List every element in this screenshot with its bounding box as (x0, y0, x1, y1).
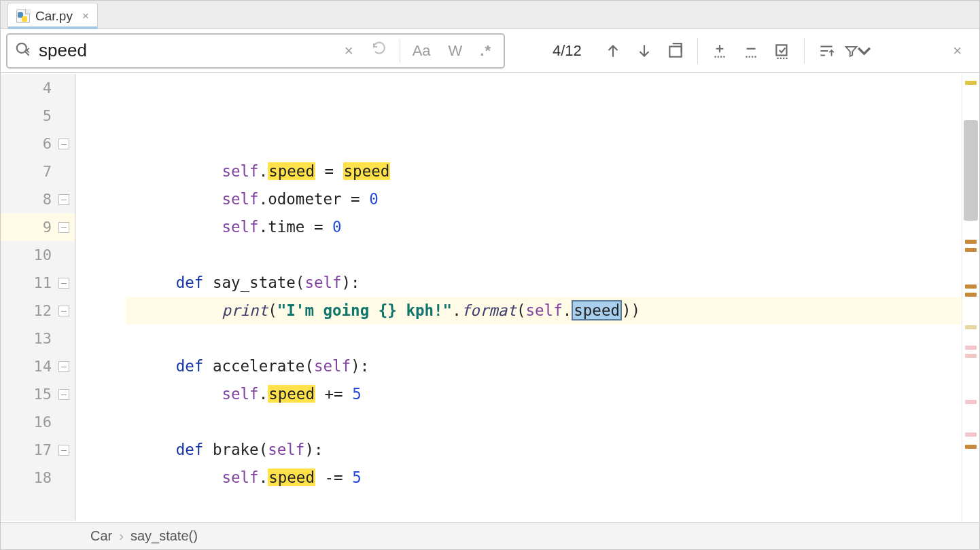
stripe-marker[interactable] (965, 285, 977, 289)
clear-search-icon[interactable]: × (339, 39, 359, 62)
fold-icon[interactable] (58, 306, 69, 316)
crumb-method[interactable]: say_state() (130, 528, 198, 544)
next-match-button[interactable] (631, 37, 658, 65)
stripe-marker[interactable] (965, 81, 977, 85)
gutter: 456789101112131415161718 (1, 74, 75, 521)
code-line[interactable]: self.odometer = 0 (126, 185, 962, 213)
stripe-marker[interactable] (965, 400, 977, 404)
prev-match-button[interactable] (599, 37, 627, 65)
find-actions (599, 37, 879, 65)
code-line[interactable]: def step(self): (126, 519, 962, 521)
stripe-marker[interactable] (965, 445, 977, 449)
fold-icon[interactable] (58, 389, 69, 400)
stripe-marker[interactable] (965, 346, 977, 350)
code-line[interactable] (126, 492, 962, 519)
tab-close-icon[interactable]: × (82, 10, 89, 23)
regex-toggle[interactable]: .* (474, 41, 497, 61)
code-line[interactable] (126, 325, 962, 352)
fold-icon[interactable] (58, 445, 69, 456)
line-number[interactable]: 18 (1, 464, 75, 492)
code-line[interactable]: self.speed = speed (126, 158, 962, 185)
tab-bar: Car.py × (1, 1, 979, 29)
editor: 456789101112131415161718 self.speed = sp… (1, 74, 979, 521)
code-line[interactable]: self.speed += 5 (126, 380, 962, 408)
line-number[interactable]: 14 (1, 352, 75, 380)
stripe-marker[interactable] (965, 240, 977, 244)
code-line[interactable]: print("I'm going {} kph!".format(self.sp… (126, 297, 962, 325)
fold-icon[interactable] (58, 222, 69, 233)
match-case-toggle[interactable]: Aa (407, 41, 436, 61)
line-number[interactable]: 4 (1, 74, 75, 102)
close-find-button[interactable]: × (946, 38, 968, 64)
stripe-marker[interactable] (965, 354, 977, 358)
svg-point-0 (17, 43, 27, 52)
add-selection-button[interactable] (706, 37, 733, 65)
svg-rect-1 (669, 46, 681, 56)
line-number[interactable]: 10 (1, 241, 75, 269)
svg-rect-2 (776, 45, 786, 55)
line-number[interactable]: 16 (1, 408, 75, 436)
fold-icon[interactable] (58, 278, 69, 289)
line-number[interactable]: 5 (1, 102, 75, 130)
filter-button[interactable] (844, 37, 871, 65)
find-input[interactable] (39, 40, 332, 61)
code-line[interactable]: self.time = 0 (126, 213, 962, 241)
line-number[interactable]: 12 (1, 297, 75, 325)
code-line[interactable] (126, 408, 962, 436)
line-number[interactable]: 11 (1, 269, 75, 297)
select-all-button[interactable] (662, 37, 689, 65)
stripe-marker[interactable] (965, 433, 977, 437)
line-number[interactable]: 8 (1, 185, 75, 213)
search-history-icon[interactable] (366, 38, 393, 64)
code-line[interactable]: self.speed -= 5 (126, 464, 962, 492)
python-file-icon (16, 10, 30, 23)
stripe-marker[interactable] (965, 325, 977, 329)
stripe-marker[interactable] (965, 248, 977, 252)
fold-icon[interactable] (58, 361, 69, 372)
code-line[interactable]: def accelerate(self): (126, 352, 962, 380)
line-number[interactable]: 9 (1, 213, 75, 241)
stripe-marker[interactable] (965, 293, 977, 297)
search-icon[interactable] (14, 41, 32, 61)
line-number[interactable]: 13 (1, 325, 75, 352)
line-number[interactable]: 17 (1, 436, 75, 464)
line-number[interactable]: 6 (1, 130, 75, 158)
fold-icon[interactable] (58, 139, 69, 149)
chevron-right-icon: › (119, 528, 124, 544)
tab-filename: Car.py (35, 9, 73, 24)
code-line[interactable]: def say_state(self): (126, 269, 962, 297)
toggle-filter-button[interactable] (813, 37, 840, 65)
crumb-class[interactable]: Car (90, 528, 112, 544)
line-number[interactable]: 7 (1, 158, 75, 185)
marker-stripe[interactable] (962, 74, 979, 521)
file-tab[interactable]: Car.py × (7, 3, 98, 29)
breadcrumb: Car › say_state() (1, 522, 979, 549)
line-number[interactable]: 15 (1, 380, 75, 408)
remove-selection-button[interactable] (737, 37, 765, 65)
find-input-box: × Aa W .* (6, 33, 505, 69)
select-occurrences-button[interactable] (769, 37, 796, 65)
match-count: 4/12 (505, 42, 599, 60)
fold-icon[interactable] (58, 194, 69, 205)
code-area[interactable]: self.speed = speed self.odometer = 0 sel… (126, 74, 962, 521)
scrollbar-thumb[interactable] (964, 120, 978, 221)
whole-word-toggle[interactable]: W (443, 41, 468, 61)
indent-guides (75, 74, 126, 521)
code-line[interactable] (126, 241, 962, 269)
find-toolbar: × Aa W .* 4/12 × (1, 29, 979, 73)
code-line[interactable]: def brake(self): (126, 436, 962, 464)
